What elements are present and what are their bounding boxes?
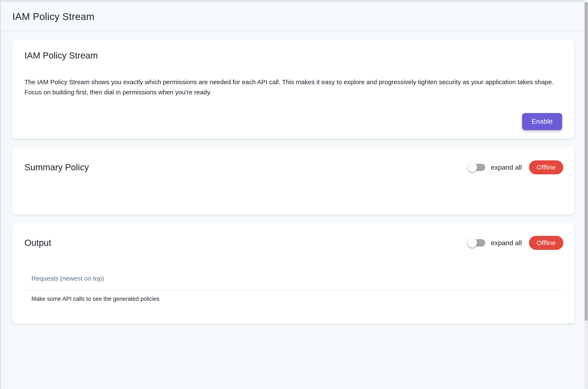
summary-status-badge-offline: Offline: [529, 160, 563, 174]
scrollbar-track[interactable]: [584, 2, 588, 389]
output-controls: expand all Offline: [468, 236, 563, 250]
scrollbar-thumb[interactable]: [585, 2, 588, 321]
output-status-badge-offline: Offline: [529, 236, 563, 250]
browser-top-edge: [0, 0, 584, 2]
requests-table-header: Requests (newest on top): [24, 262, 563, 290]
output-heading: Output: [24, 238, 51, 248]
toggle-knob: [468, 163, 477, 172]
page-header: IAM Policy Stream: [1, 2, 584, 32]
requests-empty-message: Make some API calls to see the generated…: [24, 290, 563, 308]
output-expand-all-label: expand all: [491, 239, 522, 247]
summary-expand-all-toggle[interactable]: [468, 164, 485, 171]
intro-card-heading: IAM Policy Stream: [24, 50, 562, 61]
main-content: IAM Policy Stream The IAM Policy Stream …: [1, 32, 584, 389]
toggle-knob: [468, 238, 477, 248]
summary-policy-heading: Summary Policy: [24, 162, 89, 173]
summary-policy-card: Summary Policy expand all Offline: [12, 147, 574, 214]
intro-card-actions: Enable: [24, 113, 562, 130]
output-card: Output expand all Offline Requests (newe…: [12, 223, 574, 324]
summary-expand-all-label: expand all: [491, 163, 522, 171]
enable-button[interactable]: Enable: [522, 113, 562, 130]
page-title: IAM Policy Stream: [12, 11, 95, 22]
output-header-row: Output expand all Offline: [24, 234, 563, 251]
summary-policy-header-row: Summary Policy expand all Offline: [24, 159, 563, 176]
intro-card: IAM Policy Stream The IAM Policy Stream …: [12, 40, 574, 139]
output-expand-all-toggle[interactable]: [468, 239, 485, 246]
summary-policy-controls: expand all Offline: [468, 160, 563, 174]
intro-card-description: The IAM Policy Stream shows you exactly …: [24, 77, 562, 97]
requests-table: Requests (newest on top) Make some API c…: [24, 262, 563, 308]
